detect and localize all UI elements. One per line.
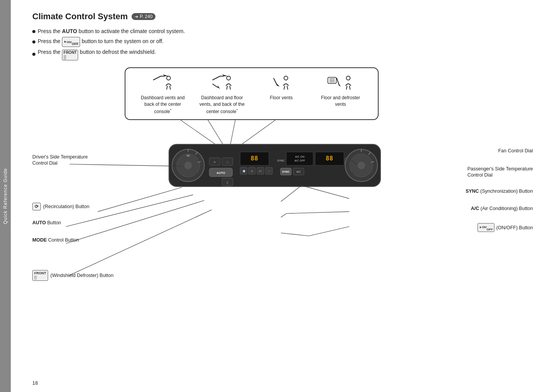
svg-line-0	[153, 76, 161, 80]
svg-line-18	[287, 86, 288, 90]
svg-line-5	[170, 86, 170, 90]
bullet-item-3: Press the FRONT▒ button to defrost the w…	[32, 48, 541, 60]
svg-point-16	[284, 76, 288, 80]
vent-icon-dashboard	[151, 74, 174, 92]
svg-text:⟳: ⟳	[214, 161, 216, 163]
svg-text:□: □	[268, 170, 270, 172]
svg-line-87	[98, 187, 182, 212]
ac-btn-label: A/C (Air Conditioning) Button	[471, 206, 533, 211]
recirc-icon-diag: ⟳	[32, 203, 41, 210]
svg-line-88	[66, 195, 193, 227]
auto-bold-diag: AUTO	[32, 220, 46, 225]
svg-text:💨: 💨	[242, 170, 245, 173]
diagram-area: Dashboard vents and back of the center c…	[32, 67, 541, 360]
onoff-icon-inline: ✦ON/OFF	[62, 37, 80, 47]
bullet-text-3: Press the FRONT▒ button to defrost the w…	[38, 48, 156, 60]
page-ref-badge: ➔ P. 240	[132, 13, 155, 20]
vent-icon-dash-floor	[210, 74, 234, 92]
bullet-dot-3	[32, 53, 35, 56]
windshield-icon-diag: FRONT▒	[32, 270, 48, 281]
vent-label-floor-defrost: Floor and defroster vents	[316, 95, 366, 108]
svg-point-69	[357, 162, 365, 169]
fan-control-text: Fan Control Dial	[498, 148, 533, 153]
svg-point-31	[184, 162, 192, 169]
auto-btn-label: AUTO Button	[32, 220, 61, 225]
svg-text:▒: ▒	[227, 181, 229, 184]
front-icon-inline: FRONT▒	[62, 50, 78, 60]
windshield-text: (Windshield Defroster) Button	[50, 273, 114, 278]
recirc-btn-label: ⟳ (Recirculation) Button	[32, 203, 89, 210]
svg-text:AC: AC	[259, 170, 262, 172]
passenger-temp-label: Passenger's Side TemperatureControl Dial	[468, 166, 533, 178]
svg-point-11	[227, 76, 230, 80]
vent-label-floor: Floor vents	[270, 95, 292, 101]
vent-icon-floor-defrost	[327, 74, 354, 92]
auto-bold: AUTO	[62, 28, 77, 34]
svg-line-13	[230, 86, 230, 90]
main-content: Climate Control System ➔ P. 240 Press th…	[11, 0, 556, 392]
svg-text:A/C ON: A/C ON	[295, 155, 304, 158]
svg-text:88: 88	[187, 154, 190, 157]
svg-text:A/C OFF: A/C OFF	[294, 159, 305, 162]
climate-panel: 88 ⟳ □ AUTO 88	[167, 140, 382, 190]
onoff-btn-label: ✦ON/OFF (ON/OFF) Button	[478, 223, 533, 232]
svg-line-90	[70, 210, 212, 275]
vent-item-dash-floor: Dashboard and floor vents, and back of t…	[197, 74, 247, 115]
svg-text:SYNC: SYNC	[277, 159, 284, 162]
svg-marker-10	[217, 85, 220, 89]
sync-bold: SYNC	[466, 188, 479, 194]
svg-line-9	[212, 84, 218, 88]
vent-item-floor: Floor vents	[256, 74, 306, 101]
svg-text:M: M	[251, 170, 253, 172]
svg-line-6	[212, 76, 220, 80]
svg-line-84	[287, 212, 349, 214]
mode-bold: MODE	[32, 237, 47, 243]
bullet-list: Press the AUTO button to activate the cl…	[32, 27, 541, 60]
onoff-icon-diag: ✦ON/OFF	[478, 223, 494, 232]
page-number-text: 18	[32, 380, 38, 386]
driver-temp-label: Driver's Side TemperatureControl Dial	[32, 154, 88, 167]
sidebar-label: Quick Reference Guide	[3, 168, 8, 224]
svg-line-17	[284, 86, 285, 90]
svg-line-85	[281, 233, 309, 236]
page-number: 18	[32, 380, 38, 386]
mode-btn-label: MODE Control Button	[32, 237, 79, 243]
vent-item-floor-defrost: Floor and defroster vents	[316, 74, 366, 108]
svg-point-3	[167, 76, 170, 80]
sync-btn-label: SYNC (Synchronization) Button	[466, 188, 533, 194]
svg-line-27	[349, 86, 350, 90]
bullet-dot-1	[32, 30, 35, 33]
svg-line-12	[227, 86, 227, 90]
vent-label-dashboard: Dashboard vents and back of the center c…	[138, 95, 188, 115]
vent-label-dash-floor: Dashboard and floor vents, and back of t…	[197, 95, 247, 115]
ref-arrow-icon: ➔	[135, 14, 138, 19]
svg-text:88: 88	[326, 155, 333, 162]
svg-text:88: 88	[250, 155, 258, 162]
svg-text:A/C: A/C	[296, 170, 301, 173]
svg-line-26	[346, 86, 347, 90]
ref-page: P. 240	[140, 14, 152, 19]
sidebar: Quick Reference Guide	[0, 0, 11, 392]
svg-line-83	[281, 214, 287, 217]
windshield-btn-label: FRONT▒ (Windshield Defroster) Button	[32, 270, 114, 281]
ac-bold: A/C	[471, 206, 479, 211]
bullet-text-1: Press the AUTO button to activate the cl…	[38, 27, 185, 36]
vent-item-dashboard: Dashboard vents and back of the center c…	[138, 74, 188, 115]
svg-text:AUTO: AUTO	[217, 171, 225, 175]
title-text: Climate Control System	[32, 12, 128, 22]
svg-point-25	[346, 76, 350, 80]
vent-icon-floor	[270, 74, 293, 92]
vent-icons-box: Dashboard vents and back of the center c…	[125, 67, 379, 120]
svg-text:SYNC: SYNC	[282, 170, 289, 173]
svg-line-4	[167, 86, 167, 90]
page-title: Climate Control System ➔ P. 240	[32, 12, 541, 22]
svg-rect-53	[286, 152, 313, 165]
bullet-dot-2	[32, 40, 35, 43]
bullet-item-1: Press the AUTO button to activate the cl…	[32, 27, 541, 36]
bullet-item-2: Press the ✦ON/OFF button to turn the sys…	[32, 37, 541, 47]
fan-control-label: Fan Control Dial	[498, 148, 533, 153]
svg-line-86	[309, 227, 349, 236]
recirc-text: (Recirculation) Button	[43, 204, 89, 209]
onoff-text: (ON/OFF) Button	[496, 225, 533, 230]
bullet-text-2: Press the ✦ON/OFF button to turn the sys…	[38, 37, 164, 47]
